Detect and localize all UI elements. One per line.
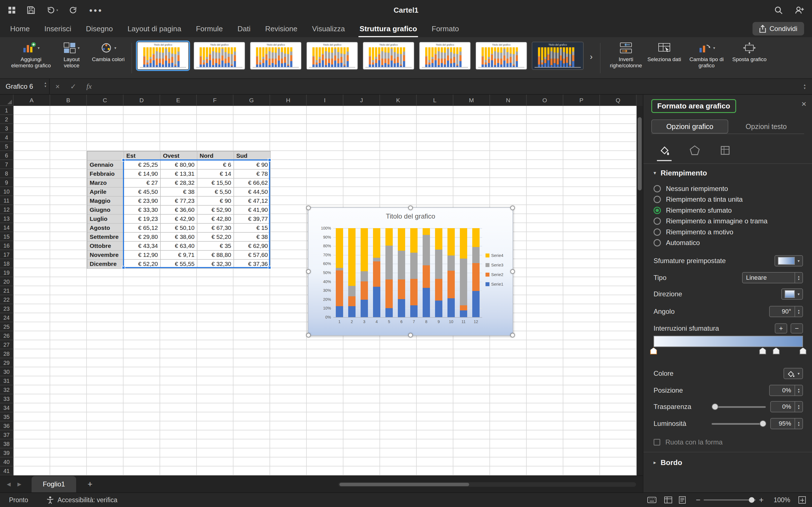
bar-serie1-cat7[interactable] — [410, 305, 417, 317]
bar-serie4-cat9[interactable] — [435, 228, 442, 249]
column-header-K[interactable]: K — [380, 95, 417, 106]
bar-serie4-cat8[interactable] — [423, 228, 430, 235]
column-header-B[interactable]: B — [50, 95, 87, 106]
fill-option-6[interactable]: Automatico — [654, 237, 803, 249]
row-header-16[interactable]: 16 — [0, 241, 13, 250]
chart-style-7[interactable]: Titolo del grafico — [475, 42, 527, 70]
column-header-O[interactable]: O — [527, 95, 563, 106]
table-cell[interactable]: € 14 — [197, 170, 234, 179]
table-cell[interactable]: € 6 — [197, 161, 234, 170]
column-header-Q[interactable]: Q — [600, 95, 637, 106]
bar-serie1-cat2[interactable] — [348, 306, 356, 317]
table-cell[interactable]: € 57,60 — [234, 251, 271, 260]
table-cell[interactable]: Dicembre — [87, 260, 124, 269]
effects-icon[interactable] — [686, 142, 703, 159]
table-cell[interactable]: € 90 — [197, 196, 234, 206]
row-header-27[interactable]: 27 — [0, 340, 13, 349]
bar-serie2-cat7[interactable] — [410, 279, 417, 305]
gradient-stop-4[interactable] — [800, 348, 806, 354]
chart-resize-handle[interactable] — [306, 206, 311, 210]
table-cell[interactable]: € 63,40 — [161, 242, 197, 251]
chart-resize-handle[interactable] — [408, 333, 413, 337]
column-header-C[interactable]: C — [87, 95, 123, 106]
chart-resize-handle[interactable] — [510, 333, 515, 337]
row-header-23[interactable]: 23 — [0, 304, 13, 313]
transparency-slider[interactable] — [712, 403, 766, 410]
keyboard-icon[interactable] — [647, 497, 656, 503]
bar-serie2-cat11[interactable] — [460, 305, 467, 311]
column-header-E[interactable]: E — [160, 95, 197, 106]
gradient-direction-dropdown[interactable]: ▾ — [781, 288, 803, 300]
ribbon-tab-formato[interactable]: Formato — [432, 24, 459, 33]
bar-serie2-cat4[interactable] — [373, 262, 380, 287]
table-cell[interactable]: Ottobre — [87, 242, 124, 251]
preset-gradients-dropdown[interactable]: ▾ — [774, 255, 803, 267]
fill-option-1[interactable]: Nessun riempimento — [654, 182, 803, 195]
row-header-26[interactable]: 26 — [0, 331, 13, 340]
row-header-9[interactable]: 9 — [0, 178, 13, 187]
bar-serie3-cat3[interactable] — [361, 271, 368, 281]
chart-style-6[interactable]: Titolo del grafico — [419, 42, 471, 70]
table-cell[interactable]: € 88,80 — [197, 251, 234, 260]
confirm-icon[interactable]: ✓ — [65, 82, 81, 91]
table-cell[interactable]: € 67,30 — [197, 224, 234, 233]
fill-option-3[interactable]: Riempimento sfumato — [654, 204, 803, 217]
gradient-bar[interactable] — [654, 336, 803, 347]
table-cell[interactable]: € 42,80 — [197, 215, 234, 224]
bar-serie2-cat1[interactable] — [336, 270, 343, 306]
stepper-icon[interactable]: ▴▾ — [795, 385, 802, 395]
bar-serie1-cat6[interactable] — [398, 299, 405, 317]
chart-resize-handle[interactable] — [510, 206, 515, 210]
table-cell[interactable]: € 62,90 — [234, 242, 271, 251]
table-cell[interactable]: € 36,60 — [161, 206, 197, 215]
row-header-14[interactable]: 14 — [0, 223, 13, 232]
bar-serie4-cat2[interactable] — [348, 228, 356, 286]
row-header-32[interactable]: 32 — [0, 385, 13, 394]
row-header-7[interactable]: 7 — [0, 160, 13, 169]
bar-serie3-cat7[interactable] — [410, 252, 417, 279]
table-cell[interactable]: Nord — [197, 152, 234, 161]
table-cell[interactable]: € 42,90 — [161, 215, 197, 224]
table-cell[interactable]: € 44,50 — [234, 187, 271, 196]
table-cell[interactable]: € 77,23 — [161, 196, 197, 206]
ribbon-tab-visualizza[interactable]: Visualizza — [312, 24, 345, 33]
chart-style-1[interactable]: Titolo del grafico — [137, 42, 189, 70]
table-cell[interactable]: € 38 — [161, 187, 197, 196]
size-properties-icon[interactable] — [717, 142, 733, 159]
column-header-G[interactable]: G — [234, 95, 270, 106]
table-cell[interactable]: € 80,90 — [161, 161, 197, 170]
bar-serie4-cat4[interactable] — [373, 228, 380, 258]
ribbon-tab-inserisci[interactable]: Inserisci — [44, 24, 71, 33]
table-cell[interactable]: Febbraio — [87, 170, 124, 179]
table-cell[interactable]: € 9,71 — [161, 251, 197, 260]
table-cell[interactable]: € 33,30 — [124, 206, 161, 215]
horizontal-scrollbar[interactable] — [338, 482, 636, 487]
gradient-stop-3[interactable] — [773, 348, 779, 354]
vertical-scrollbar[interactable] — [637, 106, 643, 475]
switch-row-column-button[interactable]: Inverti righe/colonne — [607, 41, 645, 69]
table-cell[interactable]: € 35 — [197, 242, 234, 251]
formula-input[interactable] — [97, 79, 797, 94]
change-colors-button[interactable]: ▾ Cambia colori — [90, 41, 126, 62]
more-commands-icon[interactable]: ●●● — [89, 7, 103, 13]
legend-serie3[interactable]: Serie3 — [486, 263, 503, 267]
row-header-29[interactable]: 29 — [0, 358, 13, 367]
table-cell[interactable]: € 47,12 — [234, 196, 271, 206]
table-cell[interactable]: € 38 — [234, 233, 271, 242]
table-cell[interactable]: € 66,62 — [234, 179, 271, 187]
row-header-13[interactable]: 13 — [0, 214, 13, 223]
table-cell[interactable]: Est — [124, 152, 161, 161]
column-header-J[interactable]: J — [343, 95, 380, 106]
gallery-next-button[interactable]: › — [590, 52, 593, 61]
table-cell[interactable]: Giugno — [87, 206, 124, 215]
row-header-10[interactable]: 10 — [0, 187, 13, 196]
ribbon-tab-home[interactable]: Home — [10, 24, 30, 33]
table-cell[interactable]: Ovest — [161, 152, 197, 161]
bar-serie2-cat2[interactable] — [348, 296, 356, 306]
bar-serie1-cat8[interactable] — [423, 288, 430, 317]
bar-serie1-cat10[interactable] — [448, 298, 455, 317]
bar-serie2-cat12[interactable] — [472, 263, 479, 291]
table-cell[interactable]: € 52,90 — [197, 206, 234, 215]
table-cell[interactable]: Luglio — [87, 215, 124, 224]
bar-serie2-cat3[interactable] — [361, 281, 368, 300]
